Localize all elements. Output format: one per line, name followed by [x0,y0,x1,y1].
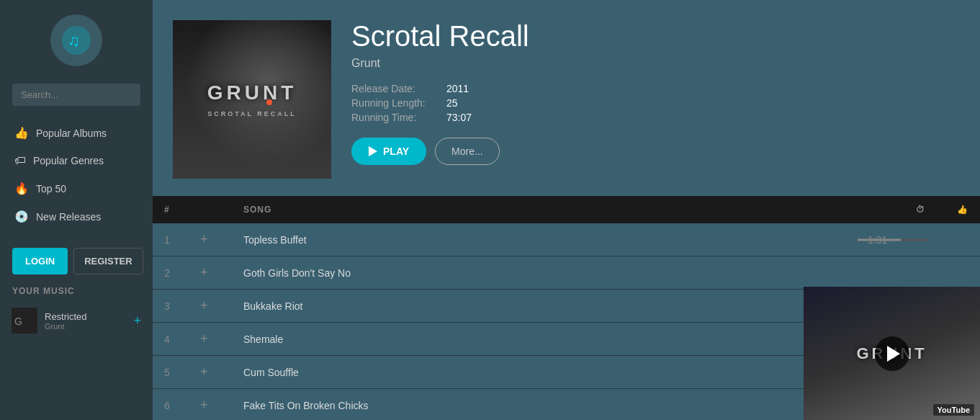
sidebar-item-label: Top 50 [36,183,66,195]
more-button[interactable]: More... [435,138,500,165]
music-artist: Grunt [45,322,126,331]
play-triangle-icon [369,146,377,156]
running-time-value: 73:07 [446,112,472,123]
track-name: Fake Tits On Broken Chicks [243,400,868,411]
track-add-button[interactable]: + [200,232,243,247]
track-number: 2 [164,267,200,279]
col-song: SONG [243,205,868,215]
meta-row-length: Running Length: 25 [351,97,957,109]
search-input[interactable] [12,84,140,106]
disc-icon: 💿 [14,210,29,223]
art-inner: GRUNT SCROTAL RECALL [173,20,331,179]
col-num: # [164,205,200,215]
youtube-play-button[interactable] [875,336,909,371]
art-dot [266,99,272,105]
youtube-overlay: GRUNT YouTube [804,287,980,420]
track-number: 6 [164,400,200,411]
meta-row-release: Release Date: 2011 [351,83,957,94]
album-art: GRUNT SCROTAL RECALL [173,20,331,179]
running-length-label: Running Length: [351,97,438,109]
auth-buttons: LOGIN REGISTER [12,248,140,274]
app-logo: ♫ [50,14,102,66]
track-add-button[interactable]: + [200,365,243,380]
action-buttons: PLAY More... [351,138,957,165]
track-add-button[interactable]: + [200,265,243,280]
album-meta: Release Date: 2011 Running Length: 25 Ru… [351,83,957,123]
play-button[interactable]: PLAY [351,138,426,165]
sidebar-item-top-50[interactable]: 🔥 Top 50 [0,174,153,202]
youtube-label: YouTube [933,404,974,416]
track-name: Shemale [243,334,868,345]
sidebar-item-label: New Releases [36,211,101,223]
thumbs-up-icon: 👍 [14,126,29,140]
track-number: 4 [164,334,200,345]
running-length-value: 25 [446,97,458,109]
track-add-button[interactable]: + [200,331,243,347]
fire-icon: 🔥 [14,182,29,195]
album-details: Scrotal Recall Grunt Release Date: 2011 … [351,20,957,165]
track-header: # SONG ⏱ 👍 [153,196,980,223]
track-number: 5 [164,367,200,378]
list-item: G Restricted Grunt + [0,303,153,338]
release-date-label: Release Date: [351,83,438,94]
table-row: 2 + Goth Girls Don't Say No [153,256,980,290]
track-name: Cum Souffle [243,367,868,378]
login-button[interactable]: LOGIN [12,248,68,274]
svg-text:♫: ♫ [68,32,80,50]
sidebar-item-label: Popular Albums [36,128,107,139]
youtube-art: GRUNT YouTube [804,287,980,420]
col-clock-icon: ⏱ [868,205,925,215]
tag-icon: 🏷 [14,154,26,167]
sidebar-item-popular-albums[interactable]: 👍 Popular Albums [0,119,153,147]
track-number: 1 [164,234,200,246]
art-grunt-text: GRUNT [207,81,297,104]
your-music-label: YOUR MUSIC [12,286,140,296]
art-subtitle: SCROTAL RECALL [207,110,297,117]
table-row: 1 + Topless Buffet 1:31 [153,223,980,256]
play-button-label: PLAY [383,146,409,157]
release-date-value: 2011 [446,83,469,94]
track-add-button[interactable]: + [200,298,243,313]
sidebar: ♫ 👍 Popular Albums 🏷 Popular Genres 🔥 To… [0,0,153,420]
col-add [200,205,243,215]
running-time-label: Running Time: [351,112,438,123]
track-number: 3 [164,300,200,312]
sidebar-item-new-releases[interactable]: 💿 New Releases [0,202,153,231]
track-name: Goth Girls Don't Say No [243,267,868,279]
register-button[interactable]: REGISTER [73,248,143,274]
sidebar-item-popular-genres[interactable]: 🏷 Popular Genres [0,147,153,174]
music-info: Restricted Grunt [45,311,126,331]
svg-text:G: G [14,316,22,327]
track-add-button[interactable]: + [200,398,243,413]
album-thumb-img: G [12,308,37,334]
search-container [12,84,140,106]
sidebar-item-label: Popular Genres [33,155,104,166]
album-artist: Grunt [351,57,957,70]
track-name: Topless Buffet [243,234,868,246]
album-title: Scrotal Recall [351,20,957,53]
main-content: GRUNT SCROTAL RECALL Scrotal Recall Grun… [153,0,980,420]
col-like-icon: 👍 [925,205,968,215]
add-music-button[interactable]: + [133,313,141,329]
music-title: Restricted [45,311,126,322]
meta-row-time: Running Time: 73:07 [351,112,957,123]
nav-list: 👍 Popular Albums 🏷 Popular Genres 🔥 Top … [0,119,153,231]
album-header: GRUNT SCROTAL RECALL Scrotal Recall Grun… [153,0,980,196]
track-duration: 1:31 [868,234,947,246]
album-thumb: G [12,308,37,334]
youtube-bg: GRUNT YouTube [804,287,980,420]
track-name: Bukkake Riot [243,300,868,312]
